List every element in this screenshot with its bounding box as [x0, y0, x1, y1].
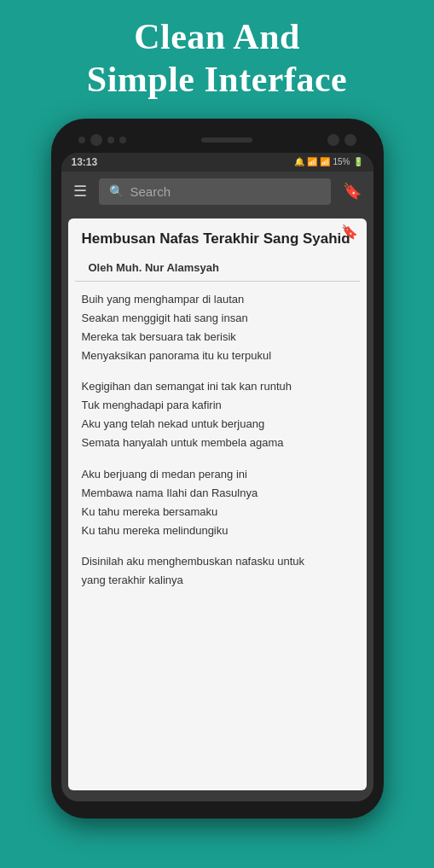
- phone-frame: 13:13 🔔 📶 📶 15% 🔋 ☰ 🔍 Search 🔖: [51, 119, 384, 818]
- poem-body: Buih yang menghampar di lautan Seakan me…: [68, 282, 367, 610]
- poem-line: yang terakhir kalinya: [82, 571, 353, 590]
- search-placeholder: Search: [130, 184, 171, 199]
- bookmark-corner-icon: 🔖: [341, 224, 358, 240]
- hamburger-menu-icon[interactable]: ☰: [70, 180, 90, 202]
- top-right-circle-1: [327, 134, 339, 146]
- phone-mockup: 13:13 🔔 📶 📶 15% 🔋 ☰ 🔍 Search 🔖: [0, 119, 434, 818]
- decorative-triangle-bottom-right: [383, 817, 434, 868]
- poem-line: Mereka tak bersuara tak berisik: [82, 328, 353, 347]
- camera-dot-1: [78, 137, 85, 143]
- poem-stanza-3: Aku berjuang di medan perang ini Membawa…: [82, 465, 353, 540]
- phone-top-bar: [61, 134, 373, 153]
- poem-line: Aku berjuang di medan perang ini: [82, 465, 353, 484]
- poem-stanza-4: Disinilah aku menghembuskan nafasku untu…: [82, 552, 353, 590]
- notification-icon: 🔔: [294, 157, 304, 166]
- phone-speaker: [201, 137, 252, 143]
- poem-stanza-1: Buih yang menghampar di lautan Seakan me…: [82, 290, 353, 365]
- poem-line: Disinilah aku menghembuskan nafasku untu…: [82, 552, 353, 571]
- camera-area: [78, 134, 126, 146]
- phone-top-right: [327, 134, 356, 146]
- poem-line: Ku tahu mereka bersamaku: [82, 503, 353, 521]
- bookmark-toolbar-icon[interactable]: 🔖: [339, 180, 365, 202]
- header-line1: Clean And: [134, 17, 300, 56]
- header-line2: Simple Interface: [87, 60, 347, 99]
- status-icons: 🔔 📶 📶 15% 🔋: [294, 157, 362, 166]
- poem-line: Seakan menggigit hati sang insan: [82, 309, 353, 328]
- poem-line: Buih yang menghampar di lautan: [82, 290, 353, 309]
- content-area: 🔖 Hembusan Nafas Terakhir Sang Syahid Ol…: [68, 218, 367, 790]
- battery-icon: 🔋: [353, 157, 363, 166]
- poem-title: Hembusan Nafas Terakhir Sang Syahid: [68, 218, 367, 258]
- battery-label: 15%: [333, 157, 350, 166]
- poem-line: Menyaksikan panorama itu ku terpukul: [82, 347, 353, 365]
- poem-line: Kegigihan dan semangat ini tak kan runtu…: [82, 377, 353, 396]
- phone-screen: 13:13 🔔 📶 📶 15% 🔋 ☰ 🔍 Search 🔖: [61, 153, 373, 801]
- status-time: 13:13: [72, 156, 98, 168]
- search-box[interactable]: 🔍 Search: [99, 178, 331, 205]
- poem-line: Membawa nama Ilahi dan Rasulnya: [82, 484, 353, 503]
- camera-dot-3: [119, 137, 126, 143]
- header-title: Clean And Simple Interface: [0, 0, 434, 110]
- poem-line: Ku tahu mereka melindungiku: [82, 521, 353, 540]
- search-icon: 🔍: [109, 184, 124, 199]
- poem-line: Tuk menghadapi para kafirin: [82, 396, 353, 415]
- camera-main: [90, 134, 102, 146]
- poem-line: Semata hanyalah untuk membela agama: [82, 434, 353, 452]
- camera-dot-2: [107, 137, 114, 143]
- app-toolbar: ☰ 🔍 Search 🔖: [61, 172, 373, 212]
- decorative-triangle-bottom-left: [0, 817, 51, 868]
- poem-line: Aku yang telah nekad untuk berjuang: [82, 415, 353, 434]
- status-bar: 13:13 🔔 📶 📶 15% 🔋: [61, 153, 373, 172]
- signal-icon-1: 📶: [307, 157, 317, 166]
- poem-stanza-2: Kegigihan dan semangat ini tak kan runtu…: [82, 377, 353, 452]
- top-right-circle-2: [344, 134, 356, 146]
- poem-author: Oleh Muh. Nur Alamsyah: [75, 258, 360, 282]
- signal-icon-2: 📶: [320, 157, 330, 166]
